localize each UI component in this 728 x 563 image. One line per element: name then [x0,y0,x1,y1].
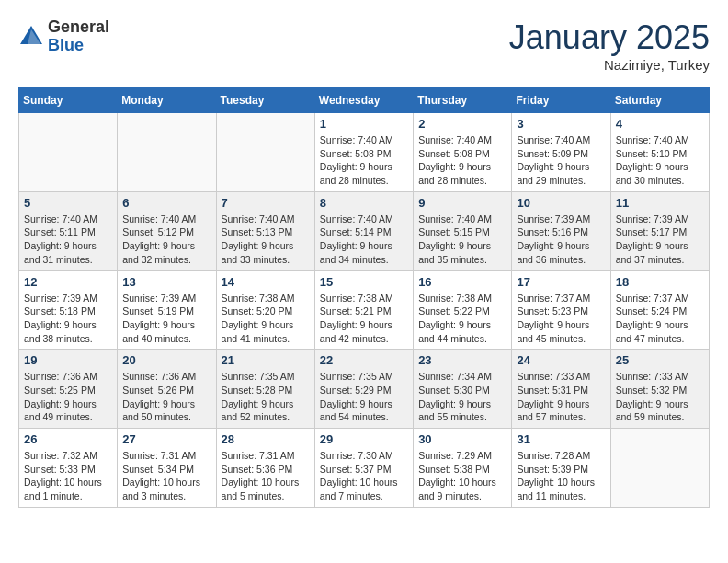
day-info: Sunrise: 7:40 AM Sunset: 5:12 PM Dayligh… [122,213,210,267]
page-header: General Blue January 2025 Nazimiye, Turk… [18,18,710,73]
calendar-cell: 2Sunrise: 7:40 AM Sunset: 5:08 PM Daylig… [414,113,512,192]
calendar-cell: 3Sunrise: 7:40 AM Sunset: 5:09 PM Daylig… [512,113,610,192]
calendar-cell: 5Sunrise: 7:40 AM Sunset: 5:11 PM Daylig… [19,191,118,270]
calendar-cell: 24Sunrise: 7:33 AM Sunset: 5:31 PM Dayli… [512,350,610,429]
calendar-cell: 20Sunrise: 7:36 AM Sunset: 5:26 PM Dayli… [118,350,216,429]
day-info: Sunrise: 7:31 AM Sunset: 5:34 PM Dayligh… [122,449,210,503]
day-number: 7 [222,196,310,210]
week-row-4: 19Sunrise: 7:36 AM Sunset: 5:25 PM Dayli… [19,350,710,429]
calendar-cell: 22Sunrise: 7:35 AM Sunset: 5:29 PM Dayli… [314,350,413,429]
day-info: Sunrise: 7:39 AM Sunset: 5:16 PM Dayligh… [517,213,605,267]
day-number: 8 [320,196,408,210]
week-row-3: 12Sunrise: 7:39 AM Sunset: 5:18 PM Dayli… [19,270,710,350]
day-number: 24 [517,353,605,367]
calendar-cell: 27Sunrise: 7:31 AM Sunset: 5:34 PM Dayli… [118,429,216,508]
calendar-header-row: SundayMondayTuesdayWednesdayThursdayFrid… [19,88,710,113]
header-tuesday: Tuesday [216,88,314,113]
day-number: 13 [122,275,210,289]
day-number: 2 [418,117,506,131]
day-number: 14 [222,275,310,289]
logo-icon [18,24,44,50]
calendar-table: SundayMondayTuesdayWednesdayThursdayFrid… [18,87,710,508]
calendar-cell [216,113,314,192]
day-info: Sunrise: 7:35 AM Sunset: 5:28 PM Dayligh… [222,370,310,424]
header-saturday: Saturday [610,88,709,113]
day-number: 27 [122,432,210,446]
header-wednesday: Wednesday [314,88,413,113]
day-number: 31 [517,432,605,446]
day-number: 4 [616,117,704,131]
day-number: 17 [517,275,605,289]
title-block: January 2025 Nazimiye, Turkey [509,18,710,73]
week-row-1: 1Sunrise: 7:40 AM Sunset: 5:08 PM Daylig… [19,113,710,192]
day-info: Sunrise: 7:38 AM Sunset: 5:21 PM Dayligh… [320,292,408,346]
calendar-cell: 21Sunrise: 7:35 AM Sunset: 5:28 PM Dayli… [216,350,314,429]
day-number: 18 [616,275,704,289]
day-number: 22 [320,353,408,367]
calendar-cell: 12Sunrise: 7:39 AM Sunset: 5:18 PM Dayli… [19,270,118,350]
day-number: 3 [517,117,605,131]
calendar-cell: 31Sunrise: 7:28 AM Sunset: 5:39 PM Dayli… [512,429,610,508]
day-info: Sunrise: 7:40 AM Sunset: 5:13 PM Dayligh… [222,213,310,267]
day-info: Sunrise: 7:37 AM Sunset: 5:23 PM Dayligh… [517,292,605,346]
day-number: 16 [418,275,506,289]
calendar-cell: 8Sunrise: 7:40 AM Sunset: 5:14 PM Daylig… [314,191,413,270]
calendar-cell: 29Sunrise: 7:30 AM Sunset: 5:37 PM Dayli… [314,429,413,508]
day-info: Sunrise: 7:29 AM Sunset: 5:38 PM Dayligh… [418,449,506,503]
calendar-cell: 10Sunrise: 7:39 AM Sunset: 5:16 PM Dayli… [512,191,610,270]
day-info: Sunrise: 7:28 AM Sunset: 5:39 PM Dayligh… [517,449,605,503]
day-info: Sunrise: 7:35 AM Sunset: 5:29 PM Dayligh… [320,370,408,424]
day-number: 11 [616,196,704,210]
day-number: 15 [320,275,408,289]
day-info: Sunrise: 7:39 AM Sunset: 5:19 PM Dayligh… [122,292,210,346]
calendar-cell: 4Sunrise: 7:40 AM Sunset: 5:10 PM Daylig… [610,113,709,192]
day-info: Sunrise: 7:33 AM Sunset: 5:32 PM Dayligh… [616,370,704,424]
calendar-cell: 11Sunrise: 7:39 AM Sunset: 5:17 PM Dayli… [610,191,709,270]
day-number: 26 [24,432,112,446]
calendar-cell: 19Sunrise: 7:36 AM Sunset: 5:25 PM Dayli… [19,350,118,429]
day-number: 29 [320,432,408,446]
day-number: 28 [222,432,310,446]
day-info: Sunrise: 7:36 AM Sunset: 5:26 PM Dayligh… [122,370,210,424]
calendar-cell: 17Sunrise: 7:37 AM Sunset: 5:23 PM Dayli… [512,270,610,350]
day-number: 20 [122,353,210,367]
day-number: 25 [616,353,704,367]
header-monday: Monday [118,88,216,113]
calendar-cell: 15Sunrise: 7:38 AM Sunset: 5:21 PM Dayli… [314,270,413,350]
day-info: Sunrise: 7:37 AM Sunset: 5:24 PM Dayligh… [616,292,704,346]
header-friday: Friday [512,88,610,113]
day-info: Sunrise: 7:40 AM Sunset: 5:09 PM Dayligh… [517,133,605,188]
calendar-cell: 23Sunrise: 7:34 AM Sunset: 5:30 PM Dayli… [414,350,512,429]
day-number: 19 [24,353,112,367]
calendar-cell [610,429,709,508]
calendar-cell: 18Sunrise: 7:37 AM Sunset: 5:24 PM Dayli… [610,270,709,350]
day-info: Sunrise: 7:40 AM Sunset: 5:15 PM Dayligh… [418,213,506,267]
day-number: 10 [517,196,605,210]
day-info: Sunrise: 7:40 AM Sunset: 5:08 PM Dayligh… [418,133,506,188]
logo-general-text: General [48,17,109,36]
day-number: 30 [418,432,506,446]
month-title: January 2025 [509,18,710,57]
day-info: Sunrise: 7:30 AM Sunset: 5:37 PM Dayligh… [320,449,408,503]
calendar-cell: 26Sunrise: 7:32 AM Sunset: 5:33 PM Dayli… [19,429,118,508]
day-info: Sunrise: 7:39 AM Sunset: 5:18 PM Dayligh… [24,292,112,346]
calendar-cell: 9Sunrise: 7:40 AM Sunset: 5:15 PM Daylig… [414,191,512,270]
header-sunday: Sunday [19,88,118,113]
calendar-cell: 14Sunrise: 7:38 AM Sunset: 5:20 PM Dayli… [216,270,314,350]
logo-blue-text: Blue [48,36,84,54]
week-row-2: 5Sunrise: 7:40 AM Sunset: 5:11 PM Daylig… [19,191,710,270]
day-number: 23 [418,353,506,367]
day-info: Sunrise: 7:31 AM Sunset: 5:36 PM Dayligh… [222,449,310,503]
day-info: Sunrise: 7:32 AM Sunset: 5:33 PM Dayligh… [24,449,112,503]
day-number: 21 [222,353,310,367]
day-number: 6 [122,196,210,210]
day-info: Sunrise: 7:38 AM Sunset: 5:22 PM Dayligh… [418,292,506,346]
logo: General Blue [18,18,109,55]
calendar-cell [118,113,216,192]
location-subtitle: Nazimiye, Turkey [509,57,710,73]
header-thursday: Thursday [414,88,512,113]
day-info: Sunrise: 7:34 AM Sunset: 5:30 PM Dayligh… [418,370,506,424]
day-info: Sunrise: 7:40 AM Sunset: 5:08 PM Dayligh… [320,133,408,188]
calendar-cell: 28Sunrise: 7:31 AM Sunset: 5:36 PM Dayli… [216,429,314,508]
day-info: Sunrise: 7:40 AM Sunset: 5:10 PM Dayligh… [616,133,704,188]
